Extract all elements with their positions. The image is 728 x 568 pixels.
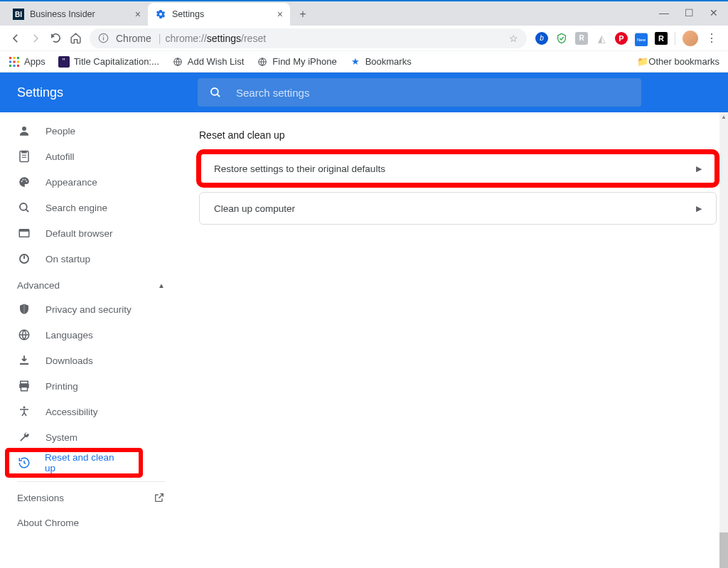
search-icon	[17, 201, 31, 214]
svg-point-22	[26, 181, 27, 182]
svg-point-14	[211, 88, 218, 95]
sidebar-item-reset[interactable]: Reset and clean up	[7, 450, 141, 476]
ext-icon-6[interactable]: New	[635, 32, 648, 45]
bookmark-item-3[interactable]: ★ Bookmarks	[350, 56, 412, 68]
bookmark-item-0[interactable]: " Title Capitalization:...	[58, 56, 159, 68]
scroll-up-icon[interactable]: ▲	[719, 112, 728, 121]
sidebar-item-privacy[interactable]: Privacy and security	[0, 296, 182, 322]
sidebar-label: Default browser	[46, 228, 113, 239]
ext-icon-5[interactable]: P	[615, 32, 628, 45]
back-button[interactable]	[6, 28, 26, 48]
bookmark-other[interactable]: 📁 Other bookmarks	[637, 56, 719, 67]
bookmark-apps[interactable]: Apps	[9, 56, 46, 68]
menu-button[interactable]: ⋮	[705, 32, 718, 45]
ext-icon-2[interactable]	[555, 32, 568, 45]
folder-icon: 📁	[637, 56, 648, 67]
bookmark-item-2[interactable]: Find My iPhone	[257, 56, 336, 68]
sidebar-label: Accessibility	[46, 407, 98, 417]
svg-rect-25	[19, 230, 29, 232]
bookmark-label: Find My iPhone	[272, 56, 336, 67]
download-icon	[17, 354, 31, 367]
autofill-icon	[17, 150, 31, 163]
window-controls: — ☐ ✕	[659, 1, 728, 18]
star-icon: ★	[350, 56, 361, 68]
svg-rect-3	[9, 57, 11, 59]
external-link-icon	[154, 492, 165, 503]
bookmark-item-1[interactable]: Add Wish List	[172, 56, 244, 68]
svg-point-23	[20, 203, 27, 210]
svg-rect-28	[20, 363, 28, 365]
maximize-icon[interactable]: ☐	[685, 7, 694, 18]
sidebar-label: Autofill	[46, 151, 75, 162]
chevron-right-icon: ▶	[696, 204, 702, 213]
sidebar-item-printing[interactable]: Printing	[0, 373, 182, 399]
sidebar-item-appearance[interactable]: Appearance	[0, 169, 182, 195]
sidebar-label: Downloads	[46, 355, 93, 366]
sidebar-item-default-browser[interactable]: Default browser	[0, 220, 182, 246]
site-info-icon[interactable]	[98, 33, 109, 43]
forward-button[interactable]	[26, 28, 46, 48]
sidebar-item-autofill[interactable]: Autofill	[0, 144, 182, 169]
cleanup-computer-row[interactable]: Clean up computer ▶	[200, 193, 716, 224]
extension-icons: b R ◭ P New R ⋮	[531, 31, 722, 46]
url-suffix: /reset	[241, 33, 266, 44]
browser-toolbar: Chrome | chrome://settings/reset ☆ b R ◭…	[0, 26, 728, 51]
sidebar-item-search-engine[interactable]: Search engine	[0, 195, 182, 220]
sidebar-item-downloads[interactable]: Downloads	[0, 348, 182, 373]
svg-rect-6	[9, 60, 11, 63]
close-icon[interactable]: ×	[272, 9, 283, 20]
address-bar[interactable]: Chrome | chrome://settings/reset ☆	[90, 28, 527, 48]
ext-icon-1[interactable]: b	[535, 32, 548, 45]
home-button[interactable]	[65, 28, 85, 48]
chevron-right-icon: ▶	[696, 164, 702, 173]
sidebar-label: Reset and clean up	[45, 452, 124, 473]
bookmark-star-icon[interactable]: ☆	[509, 33, 518, 44]
svg-rect-31	[21, 387, 28, 391]
restore-defaults-row[interactable]: Restore settings to their original defau…	[200, 153, 716, 184]
sidebar-item-languages[interactable]: Languages	[0, 322, 182, 348]
close-window-icon[interactable]: ✕	[710, 7, 718, 18]
sidebar-label: Privacy and security	[46, 304, 132, 315]
reload-button[interactable]	[46, 28, 65, 48]
minimize-icon[interactable]: —	[659, 7, 669, 18]
quote-icon: "	[58, 56, 70, 68]
ext-icon-3[interactable]: R	[575, 32, 588, 45]
sidebar-advanced-toggle[interactable]: Advanced ▲	[0, 272, 182, 296]
globe-icon	[172, 56, 183, 68]
tab-label: Settings	[172, 9, 204, 19]
svg-rect-9	[9, 64, 11, 66]
apps-icon	[9, 56, 20, 68]
close-icon[interactable]: ×	[129, 9, 141, 20]
new-tab-button[interactable]: +	[293, 4, 313, 24]
ext-icon-4[interactable]: ◭	[595, 32, 608, 45]
search-settings-input[interactable]: Search settings	[198, 78, 641, 107]
sidebar-item-people[interactable]: People	[0, 118, 182, 144]
sidebar-label: People	[46, 126, 75, 136]
svg-rect-11	[17, 64, 19, 66]
svg-rect-2	[103, 36, 104, 36]
tab-settings[interactable]: Settings ×	[148, 3, 290, 26]
sidebar-label: On startup	[46, 254, 90, 264]
bookmark-label: Apps	[24, 56, 46, 67]
svg-point-15	[22, 127, 26, 131]
tab-business-insider[interactable]: BI Business Insider ×	[6, 3, 148, 26]
sidebar-item-on-startup[interactable]: On startup	[0, 246, 182, 272]
sidebar-extensions[interactable]: Extensions	[0, 482, 182, 513]
sidebar-item-accessibility[interactable]: Accessibility	[0, 399, 182, 424]
sidebar-item-system[interactable]: System	[0, 424, 182, 450]
sidebar-about[interactable]: About Chrome	[0, 513, 182, 538]
cleanup-card: Clean up computer ▶	[199, 192, 717, 225]
ext-icon-7[interactable]: R	[655, 32, 668, 45]
power-icon	[17, 252, 31, 265]
sidebar-label: Languages	[46, 330, 93, 341]
scrollbar-thumb[interactable]	[719, 532, 728, 568]
svg-rect-4	[13, 57, 15, 59]
print-icon	[17, 380, 31, 392]
browser-icon	[17, 227, 31, 240]
accessibility-icon	[17, 405, 31, 418]
vertical-scrollbar[interactable]: ▲	[719, 112, 728, 568]
profile-avatar[interactable]	[682, 31, 698, 46]
bi-favicon: BI	[13, 9, 24, 20]
settings-main: Reset and clean up Restore settings to t…	[182, 112, 728, 568]
bookmark-label: Add Wish List	[188, 56, 244, 67]
